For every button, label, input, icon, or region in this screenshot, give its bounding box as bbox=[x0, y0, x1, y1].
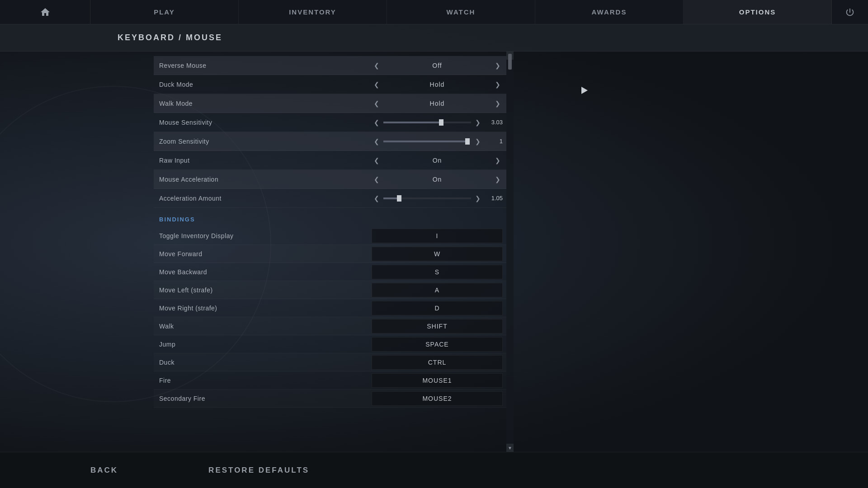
mouse-sensitivity-left-arrow[interactable]: ❮ bbox=[372, 116, 382, 129]
setting-row-raw-input: Raw Input ❮ On ❯ bbox=[154, 151, 506, 170]
power-icon bbox=[845, 7, 855, 17]
mouse-cursor bbox=[581, 87, 588, 94]
binding-label-move-left: Move Left (strafe) bbox=[157, 286, 372, 294]
mouse-sensitivity-value: 3.03 bbox=[485, 119, 503, 126]
setting-row-reverse-mouse: Reverse Mouse ❮ Off ❯ bbox=[154, 56, 506, 75]
main-content: Reverse Mouse ❮ Off ❯ Duck Mode ❮ Hold ❯… bbox=[0, 52, 868, 452]
binding-key-fire[interactable]: MOUSE1 bbox=[372, 373, 503, 388]
setting-control-reverse-mouse: ❮ Off ❯ bbox=[372, 59, 503, 72]
setting-label-zoom-sensitivity: Zoom Sensitivity bbox=[157, 138, 372, 145]
binding-row-fire: Fire MOUSE1 bbox=[154, 371, 506, 389]
reverse-mouse-value: Off bbox=[382, 62, 493, 69]
zoom-sensitivity-thumb[interactable] bbox=[465, 138, 470, 145]
settings-panel: Reverse Mouse ❮ Off ❯ Duck Mode ❮ Hold ❯… bbox=[154, 52, 506, 452]
duck-mode-value: Hold bbox=[382, 81, 493, 88]
raw-input-left-arrow[interactable]: ❮ bbox=[372, 154, 382, 167]
setting-label-reverse-mouse: Reverse Mouse bbox=[157, 62, 372, 69]
binding-label-move-forward: Move Forward bbox=[157, 250, 372, 258]
mouse-sensitivity-fill bbox=[383, 122, 441, 123]
scroll-down-arrow[interactable]: ▼ bbox=[506, 444, 514, 452]
acceleration-amount-thumb[interactable] bbox=[397, 195, 401, 202]
walk-mode-left-arrow[interactable]: ❮ bbox=[372, 97, 382, 110]
mouse-sensitivity-thumb[interactable] bbox=[439, 119, 443, 126]
zoom-sensitivity-track[interactable] bbox=[383, 141, 471, 142]
binding-key-secondary-fire[interactable]: MOUSE2 bbox=[372, 391, 503, 406]
raw-input-value: On bbox=[382, 157, 493, 164]
mouse-acceleration-left-arrow[interactable]: ❮ bbox=[372, 173, 382, 186]
mouse-acceleration-right-arrow[interactable]: ❯ bbox=[493, 173, 503, 186]
setting-control-mouse-acceleration: ❮ On ❯ bbox=[372, 173, 503, 186]
setting-control-walk-mode: ❮ Hold ❯ bbox=[372, 97, 503, 110]
reverse-mouse-right-arrow[interactable]: ❯ bbox=[493, 59, 503, 72]
binding-key-duck[interactable]: CTRL bbox=[372, 355, 503, 370]
nav-item-play[interactable]: PLAY bbox=[90, 0, 239, 24]
acceleration-amount-track[interactable] bbox=[383, 197, 471, 199]
binding-row-toggle-inventory: Toggle Inventory Display I bbox=[154, 227, 506, 245]
zoom-sensitivity-right-arrow[interactable]: ❯ bbox=[473, 135, 483, 148]
setting-label-mouse-acceleration: Mouse Acceleration bbox=[157, 176, 372, 183]
binding-row-move-right: Move Right (strafe) D bbox=[154, 299, 506, 317]
scrollbar-thumb[interactable] bbox=[508, 54, 512, 70]
page-title: KEYBOARD / MOUSE bbox=[118, 33, 222, 42]
setting-row-duck-mode: Duck Mode ❮ Hold ❯ bbox=[154, 75, 506, 94]
binding-row-move-forward: Move Forward W bbox=[154, 245, 506, 263]
left-padding bbox=[0, 52, 154, 452]
binding-key-jump[interactable]: SPACE bbox=[372, 337, 503, 352]
bindings-section-header: BINDINGS bbox=[154, 208, 506, 227]
binding-key-walk[interactable]: SHIFT bbox=[372, 319, 503, 333]
mouse-sensitivity-right-arrow[interactable]: ❯ bbox=[473, 116, 483, 129]
acceleration-amount-right-arrow[interactable]: ❯ bbox=[473, 192, 483, 205]
setting-row-walk-mode: Walk Mode ❮ Hold ❯ bbox=[154, 94, 506, 113]
mouse-sensitivity-track[interactable] bbox=[383, 122, 471, 123]
nav-item-inventory[interactable]: INVENTORY bbox=[239, 0, 387, 24]
duck-mode-right-arrow[interactable]: ❯ bbox=[493, 78, 503, 91]
setting-row-mouse-sensitivity: Mouse Sensitivity ❮ ❯ 3.03 bbox=[154, 113, 506, 132]
acceleration-amount-slider-container: ❮ ❯ 1.05 bbox=[372, 192, 503, 205]
zoom-sensitivity-left-arrow[interactable]: ❮ bbox=[372, 135, 382, 148]
binding-label-jump: Jump bbox=[157, 341, 372, 348]
walk-mode-value: Hold bbox=[382, 100, 493, 107]
binding-key-move-right[interactable]: D bbox=[372, 301, 503, 315]
binding-row-duck: Duck CTRL bbox=[154, 353, 506, 371]
nav-home-button[interactable] bbox=[0, 0, 90, 24]
setting-row-acceleration-amount: Acceleration Amount ❮ ❯ 1.05 bbox=[154, 189, 506, 208]
binding-row-move-backward: Move Backward S bbox=[154, 263, 506, 281]
zoom-sensitivity-slider-container: ❮ ❯ 1 bbox=[372, 135, 503, 148]
setting-label-raw-input: Raw Input bbox=[157, 157, 372, 164]
nav-item-options[interactable]: OPTIONS bbox=[684, 0, 832, 24]
binding-label-walk: Walk bbox=[157, 323, 372, 330]
mouse-sensitivity-slider-container: ❮ ❯ 3.03 bbox=[372, 116, 503, 129]
top-navigation: PLAY INVENTORY WATCH AWARDS OPTIONS bbox=[0, 0, 868, 24]
setting-label-mouse-sensitivity: Mouse Sensitivity bbox=[157, 119, 372, 126]
binding-key-toggle-inventory[interactable]: I bbox=[372, 229, 503, 243]
nav-items-container: PLAY INVENTORY WATCH AWARDS OPTIONS bbox=[90, 0, 832, 24]
bottom-bar: BACK RESTORE DEFAULTS bbox=[0, 452, 868, 488]
binding-row-walk: Walk SHIFT bbox=[154, 317, 506, 335]
binding-row-secondary-fire: Secondary Fire MOUSE2 bbox=[154, 389, 506, 408]
reverse-mouse-left-arrow[interactable]: ❮ bbox=[372, 59, 382, 72]
setting-label-walk-mode: Walk Mode bbox=[157, 100, 372, 107]
restore-defaults-button[interactable]: RESTORE DEFAULTS bbox=[208, 466, 309, 475]
zoom-sensitivity-value: 1 bbox=[485, 138, 503, 145]
binding-key-move-left[interactable]: A bbox=[372, 283, 503, 297]
acceleration-amount-left-arrow[interactable]: ❮ bbox=[372, 192, 382, 205]
walk-mode-right-arrow[interactable]: ❯ bbox=[493, 97, 503, 110]
binding-label-move-right: Move Right (strafe) bbox=[157, 305, 372, 312]
zoom-sensitivity-fill bbox=[383, 141, 467, 142]
nav-power-button[interactable] bbox=[832, 0, 868, 24]
binding-key-move-backward[interactable]: S bbox=[372, 265, 503, 279]
bindings-section-title: BINDINGS bbox=[159, 216, 195, 223]
nav-item-watch[interactable]: WATCH bbox=[387, 0, 535, 24]
binding-label-duck: Duck bbox=[157, 359, 372, 366]
binding-key-move-forward[interactable]: W bbox=[372, 247, 503, 261]
acceleration-amount-value: 1.05 bbox=[485, 195, 503, 202]
back-button[interactable]: BACK bbox=[90, 466, 118, 475]
raw-input-right-arrow[interactable]: ❯ bbox=[493, 154, 503, 167]
nav-item-awards[interactable]: AWARDS bbox=[535, 0, 684, 24]
scroll-track bbox=[506, 52, 514, 452]
duck-mode-left-arrow[interactable]: ❮ bbox=[372, 78, 382, 91]
binding-label-secondary-fire: Secondary Fire bbox=[157, 395, 372, 402]
binding-row-jump: Jump SPACE bbox=[154, 335, 506, 353]
setting-label-acceleration-amount: Acceleration Amount bbox=[157, 195, 372, 202]
home-icon bbox=[40, 7, 51, 18]
